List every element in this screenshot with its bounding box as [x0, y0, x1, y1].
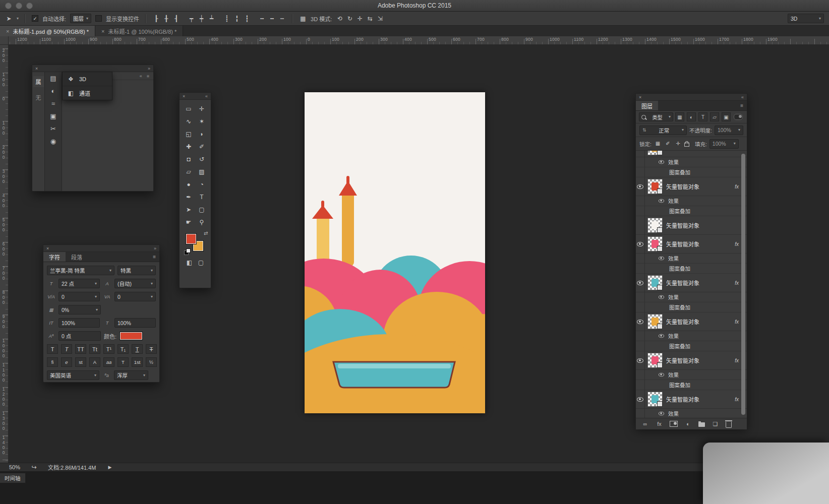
opentype-button[interactable]: st — [75, 357, 86, 367]
new-group-icon[interactable] — [698, 422, 705, 427]
fx-badge[interactable]: fx — [735, 397, 739, 402]
proportional-spacing-dropdown[interactable]: 0% ▾ — [58, 305, 101, 314]
text-style-button[interactable]: T¹ — [103, 344, 114, 354]
layer-row[interactable]: 矢量智能对象 — [636, 216, 747, 235]
horizontal-scale-field[interactable]: 100% — [114, 318, 156, 328]
3d-slide-icon[interactable]: ⇆ — [366, 16, 374, 22]
collapse-icon[interactable]: « — [140, 74, 142, 79]
layer-overlay-row[interactable]: 图案叠加 — [636, 167, 747, 177]
hand-tool[interactable]: ☛ — [182, 216, 195, 228]
adjustments-icon[interactable]: ◐ — [49, 88, 57, 94]
align-top-edges-icon[interactable]: ┯ — [188, 16, 195, 22]
layer-effects-row[interactable]: 效果 — [636, 409, 747, 418]
workspace-switcher[interactable]: 3D ▾ — [788, 14, 824, 23]
minimize-window-button[interactable] — [16, 3, 22, 9]
layer-effects-row[interactable]: 效果 — [636, 370, 747, 380]
healing-brush-tool[interactable]: ✚ — [182, 140, 195, 153]
3d-roll-icon[interactable]: ↻ — [346, 16, 353, 22]
tool-preset-caret-icon[interactable]: ▾ — [17, 17, 19, 21]
default-colors-icon[interactable] — [184, 248, 191, 256]
text-style-button[interactable]: Tt — [89, 344, 100, 354]
eye-icon[interactable] — [636, 390, 645, 408]
fx-badge[interactable]: fx — [735, 358, 739, 363]
opentype-button[interactable]: e — [61, 357, 72, 367]
creative-cloud-icon[interactable]: ◉ — [49, 138, 57, 145]
filter-shape-icon[interactable]: ▱ — [710, 112, 719, 121]
show-transform-checkbox[interactable] — [95, 15, 102, 22]
layer-row[interactable] — [636, 151, 747, 157]
layer-thumbnail[interactable] — [647, 179, 663, 194]
add-mask-icon[interactable] — [670, 421, 678, 427]
brush-tool[interactable]: ✐ — [195, 140, 208, 153]
auto-select-dropdown[interactable]: 图层 ▾ — [70, 14, 91, 23]
document-tab[interactable]: ×未标题-1 @ 100%(RGB/8) * — [95, 26, 183, 36]
opentype-button[interactable]: ½ — [146, 357, 157, 367]
text-style-button[interactable]: T — [146, 344, 157, 354]
filter-smart-object-icon[interactable]: ▣ — [722, 112, 731, 121]
blend-mode-dropdown[interactable]: ⇅ 正常 ▾ — [639, 125, 687, 135]
3d-rotate-icon[interactable]: ⟲ — [336, 16, 343, 22]
tab-properties[interactable]: 属 — [33, 76, 44, 87]
layer-name[interactable]: 矢量智能对象 — [666, 356, 699, 364]
close-icon[interactable]: × — [35, 66, 38, 71]
layer-thumbnail[interactable] — [647, 218, 663, 233]
styles-icon[interactable]: ≈ — [49, 100, 57, 107]
blur-tool[interactable]: ● — [182, 178, 195, 191]
close-icon[interactable]: × — [639, 95, 641, 100]
close-icon[interactable]: × — [183, 94, 185, 99]
panel-channels[interactable]: ◧通道 — [63, 86, 112, 100]
layer-thumbnail[interactable] — [647, 236, 663, 251]
eye-icon[interactable] — [636, 351, 645, 369]
filter-toggle[interactable] — [734, 114, 743, 120]
align-right-edges-icon[interactable]: ┨ — [172, 16, 180, 22]
distribute-right-edges-icon[interactable]: ┉ — [278, 16, 286, 22]
text-style-button[interactable]: T — [61, 344, 72, 354]
fill-dropdown[interactable]: 100% ▾ — [709, 139, 739, 149]
zoom-level[interactable]: 50% — [9, 464, 20, 470]
opentype-button[interactable]: aa — [103, 357, 114, 367]
filter-adjustment-icon[interactable]: ◐ — [687, 112, 696, 121]
eye-icon[interactable] — [659, 334, 664, 338]
layer-name[interactable]: 矢量智能对象 — [666, 182, 699, 191]
layer-thumbnail[interactable] — [647, 392, 663, 407]
layer-effects-row[interactable]: 效果 — [636, 331, 747, 341]
layer-effects-row[interactable]: 效果 — [636, 196, 747, 206]
eye-icon-off[interactable] — [636, 216, 645, 234]
layer-effects-row[interactable]: 效果 — [636, 292, 747, 302]
layer-row[interactable]: 矢量智能对象fx — [636, 274, 747, 292]
vertical-scale-field[interactable]: 100% — [58, 318, 100, 328]
opentype-button[interactable]: T — [117, 357, 129, 367]
filter-type-icon[interactable]: T — [698, 112, 707, 121]
vertical-ruler[interactable]: 2001000100200300400500600700800900100011… — [0, 44, 9, 463]
adjustment-layer-icon[interactable]: ◐ — [684, 421, 692, 427]
layer-thumbnail[interactable] — [647, 275, 663, 290]
eyedropper-tool[interactable]: ◗ — [195, 128, 208, 140]
document-tab[interactable]: ×未标题-1.psd @ 50%(RGB/8) * — [0, 26, 95, 36]
eye-icon-off[interactable] — [636, 151, 645, 157]
eraser-tool[interactable]: ▱ — [182, 165, 195, 178]
new-layer-icon[interactable]: ❏ — [712, 421, 719, 427]
tab-paragraph[interactable]: 段落 — [66, 252, 88, 262]
delete-layer-icon[interactable] — [726, 422, 732, 428]
close-icon[interactable]: × — [46, 246, 49, 251]
eye-icon[interactable] — [636, 177, 645, 196]
layer-row[interactable]: 矢量智能对象fx — [636, 390, 747, 409]
eye-icon[interactable] — [659, 257, 664, 261]
eye-icon[interactable] — [659, 412, 664, 416]
tab-close-icon[interactable]: × — [6, 28, 9, 34]
align-vertical-centers-icon[interactable]: ┿ — [198, 16, 205, 22]
eye-icon[interactable] — [636, 312, 645, 331]
lock-pixels-icon[interactable]: ✐ — [664, 141, 672, 146]
screen-mode-icon[interactable]: ▢ — [197, 260, 205, 266]
opacity-dropdown[interactable]: 100% ▾ — [715, 125, 743, 135]
layers-scrollbar[interactable] — [741, 154, 745, 415]
panel-menu-icon[interactable]: ≡ — [153, 252, 159, 262]
text-style-button[interactable]: T — [47, 344, 58, 354]
layer-overlay-row[interactable]: 图案叠加 — [636, 380, 747, 390]
link-layers-icon[interactable]: ∞ — [641, 421, 649, 427]
move-tool-icon[interactable]: ➤ — [5, 16, 13, 22]
language-dropdown[interactable]: 美国英语 ▾ — [47, 370, 99, 380]
3d-scale-icon[interactable]: ⇲ — [376, 16, 384, 22]
filter-type-dropdown[interactable]: 类型 ▾ — [639, 112, 673, 121]
collapse-icon[interactable]: « — [205, 94, 208, 99]
